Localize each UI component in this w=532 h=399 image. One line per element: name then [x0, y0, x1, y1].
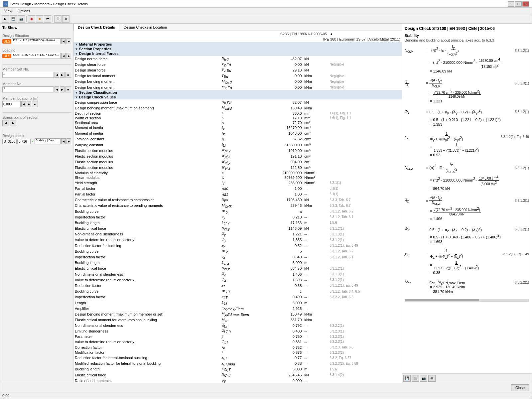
rp-btn-1[interactable]: 💾	[403, 375, 411, 382]
table-row: Design torsional moment TEd 0.00 kNm Neg…	[73, 73, 402, 79]
member-location-input[interactable]	[2, 101, 21, 107]
dcv-note-30	[328, 260, 402, 266]
dcv-note-25: 6.3.1.3(1)	[328, 231, 402, 237]
dcv-val-22: 0.210	[262, 214, 303, 220]
rp-btn-2[interactable]: ☰	[412, 375, 419, 382]
tool-btn-2[interactable]: 💾	[10, 15, 17, 23]
ms-select-btn[interactable]: ■	[65, 72, 71, 78]
dcv-unit-17: --	[303, 186, 328, 191]
scroll-up-btn[interactable]: ▲	[330, 32, 333, 36]
mn-nav-next[interactable]: ▶	[60, 86, 65, 92]
ds-nav-prev[interactable]: ◀	[61, 38, 66, 44]
stability-subtitle: Bending and buckling about principal axe…	[405, 38, 529, 42]
ml-select-btn[interactable]: ■	[32, 101, 38, 107]
tool-btn-7[interactable]: ☷	[54, 15, 62, 23]
dcv-val-43: 0.750	[262, 334, 303, 339]
dcv-val-38: 2.925	[262, 306, 303, 311]
title-bar: S Steel Design - Members - Design Check …	[0, 0, 532, 8]
dcv-note-13	[328, 165, 402, 171]
co-nav-prev[interactable]: ◀	[61, 53, 66, 59]
force-sym-4: TEd	[220, 73, 262, 79]
ms-nav-next[interactable]: ▶	[60, 72, 65, 78]
table-row: Elastic critical moment for lateral-tors…	[73, 317, 402, 323]
section-props-header[interactable]: ▼ Section Properties	[73, 47, 402, 51]
design-situation-combo[interactable]: DS1 - ULS (STR/GEO) - Permanent ...	[12, 38, 61, 44]
dcv-sym-18: γM1	[220, 191, 262, 197]
maximize-button[interactable]: □	[515, 1, 522, 7]
design-forces-header[interactable]: ▼ Design Internal Forces	[73, 51, 402, 56]
dcv-collapse-icon: ▼	[75, 95, 79, 99]
app-icon: S	[3, 1, 8, 7]
dcv-name-33: Value to determine reduction factor χ	[73, 277, 220, 283]
close-button-bottom[interactable]: Close	[511, 384, 529, 391]
force-val-6: 0.00	[262, 84, 303, 90]
section-class-header[interactable]: ▼ Section Classification	[73, 90, 402, 95]
dcv-unit-8: cm⁴	[303, 136, 328, 142]
member-set-combo[interactable]: --	[2, 72, 54, 78]
menu-view[interactable]: View	[2, 8, 15, 14]
dcv-unit-36: --	[303, 294, 328, 300]
tab-design-check-details[interactable]: Design Check Details	[73, 24, 119, 31]
table-row: Moment of inertia Iz 1043.00 cm⁴	[73, 131, 402, 136]
close-button[interactable]: ✕	[522, 1, 529, 7]
ml-nav-next[interactable]: ▶	[27, 101, 31, 107]
rp-btn-4[interactable]: 🖶	[428, 375, 436, 382]
ncrz-num: Iz	[450, 162, 454, 167]
chi-y-row1: χy = 1 Φy + √((Φy)2 − (λ̅y)2) 6.3.1.2(1)…	[405, 132, 529, 142]
tool-btn-4[interactable]: ◉	[28, 15, 35, 23]
tool-btn-5[interactable]: ■	[36, 15, 43, 23]
force-unit-5: kNm	[303, 79, 328, 84]
ds-nav-next[interactable]: ▶	[66, 38, 71, 44]
scroll-thumb[interactable]	[405, 299, 479, 301]
stress-prev[interactable]: ◀	[2, 120, 9, 126]
eq-sign-1: =	[426, 49, 430, 53]
mn-nav-prev[interactable]: ◀	[55, 86, 59, 92]
uls-badge-co: ULS	[2, 54, 11, 58]
mn-select-btn[interactable]: ■	[65, 86, 71, 92]
material-section-header[interactable]: ▼ Material Properties	[73, 42, 402, 47]
member-location-row: ◀ ▶ ■	[2, 101, 71, 107]
dcv-name-24: Elastic critical force	[73, 226, 220, 231]
design-check-combo[interactable]: Stability | Ben...	[35, 138, 61, 144]
dcv-unit-20: kNm	[303, 203, 328, 208]
dc-nav-next[interactable]: ▶	[66, 138, 71, 144]
design-situation-section: Design Situation ULS DS1 - ULS (STR/GEO)…	[2, 34, 71, 45]
minimize-button[interactable]: —	[508, 1, 514, 7]
stress-next[interactable]: ▶	[10, 120, 16, 126]
section-profile-scroll: ▲	[328, 31, 402, 37]
menu-options[interactable]: Options	[15, 8, 33, 14]
ml-nav-prev[interactable]: ◀	[21, 101, 26, 107]
dcv-sym-23: Lcr,y	[220, 220, 262, 225]
ncr-z-block: Ncr,z = (π)2 · E · Iz (Lcr,z)2 6.3.1.2(1…	[405, 162, 529, 191]
chi-num: 1	[445, 132, 448, 136]
tool-btn-8[interactable]: ☸	[62, 15, 69, 23]
co-nav-next[interactable]: ▶	[66, 53, 71, 59]
table-row: Modification factor f 0.876 -- 6.3.2.3(2…	[73, 350, 402, 355]
dcv-sym-9: IΩ	[220, 142, 262, 148]
dcv-name-29: Imperfection factor	[73, 254, 220, 260]
mcr-expr: αcr · My,Ed,max,Elem	[429, 280, 465, 285]
design-check-values-header[interactable]: ▼ Design Check Values	[73, 95, 402, 99]
table-row: Imperfection factor αz 0.340 -- 6.3.1.2,…	[73, 254, 402, 260]
tool-btn-6[interactable]: ⇄	[44, 15, 51, 23]
rp-btn-3[interactable]: 📷	[420, 375, 427, 382]
loading-combo[interactable]: CO3 - 1.35 * LC1 + 1.50 * LC2 + ... ∨	[12, 53, 61, 59]
dcv-sym-40: Mcr	[220, 317, 262, 323]
dc-nav-prev[interactable]: ◀	[61, 138, 66, 144]
dcv-note-37	[328, 300, 402, 306]
dcv-val-18: 1.00	[262, 191, 303, 197]
lambda-y-expr: √(A · fy) Ncr,y	[429, 78, 442, 88]
tool-btn-3[interactable]: 📷	[18, 15, 25, 23]
dcv-note-50: 6.3.1.4(2)	[328, 372, 402, 378]
ms-nav-prev[interactable]: ◀	[55, 72, 59, 78]
member-no-combo[interactable]: 7	[2, 86, 54, 92]
table-row: Imperfection factor αy 0.210 -- 6.3.1.2,…	[73, 214, 402, 220]
phi-y-block: Φy = 0.5 · (1 + αy · (λ̅y − 0.2) + (λ̅y)…	[405, 108, 529, 126]
dcv-sym-39: My,Ed,max,Elem	[220, 311, 262, 317]
tool-btn-1[interactable]: ▶	[2, 15, 9, 23]
force-val-1: -82.07	[262, 56, 303, 62]
dcv-note-4: 1.6(1), Fig. 1.1	[328, 116, 402, 120]
tab-design-checks-location[interactable]: Design Checks in Location	[119, 24, 171, 31]
table-row: Design shear force Vz,Ed 29.18 kN	[73, 67, 402, 73]
chi-z-ref: 6.3.1.2(1), Eq. 6.49	[492, 252, 529, 256]
